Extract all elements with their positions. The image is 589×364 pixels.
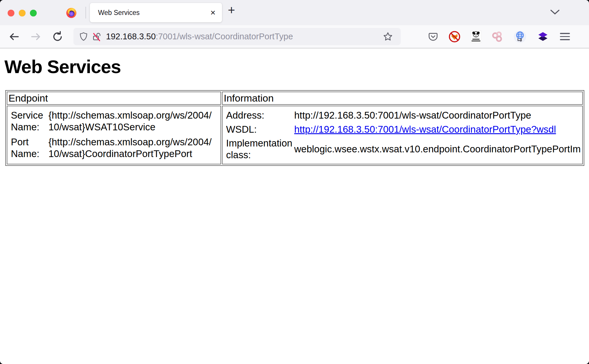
extension-buttons bbox=[428, 30, 549, 43]
page-content: Web Services Endpoint Information Servic… bbox=[0, 49, 589, 364]
implementation-class-value: weblogic.wsee.wstx.wsat.v10.endpoint.Coo… bbox=[294, 143, 581, 155]
active-tab[interactable]: Web Services × bbox=[90, 3, 222, 22]
address-label: Address: bbox=[226, 109, 294, 121]
service-name-value: {http://schemas.xmlsoap.org/ws/2004/10/w… bbox=[48, 109, 213, 133]
web-services-table: Endpoint Information Service Name: {http… bbox=[5, 90, 584, 166]
bookmark-star-icon[interactable] bbox=[383, 31, 393, 42]
endpoint-header: Endpoint bbox=[7, 92, 221, 105]
tab-separator bbox=[85, 7, 86, 18]
endpoint-cell: Service Name: {http://schemas.xmlsoap.or… bbox=[7, 106, 221, 164]
information-header: Information bbox=[222, 92, 583, 105]
insecure-lock-icon[interactable] bbox=[92, 32, 102, 42]
reload-icon bbox=[49, 31, 66, 43]
new-tab-button[interactable]: + bbox=[228, 4, 235, 16]
tab-title: Web Services bbox=[98, 9, 139, 17]
tab-close-icon[interactable]: × bbox=[210, 8, 216, 17]
globe-transfer-extension-icon[interactable] bbox=[514, 30, 526, 43]
service-name-label: Service Name: bbox=[11, 109, 48, 133]
chevron-down-icon bbox=[550, 9, 560, 15]
firefox-view-button[interactable] bbox=[66, 7, 77, 18]
url-text[interactable]: 192.168.3.50:7001/wls-wsat/CoordinatorPo… bbox=[106, 32, 293, 41]
implementation-class-label: Implementation class: bbox=[226, 137, 294, 161]
forward-button[interactable] bbox=[28, 31, 44, 43]
tab-bar: Web Services × + bbox=[0, 0, 589, 25]
menu-hamburger-icon[interactable] bbox=[560, 33, 570, 40]
url-path: :7001/wls-wsat/CoordinatorPortType bbox=[156, 32, 293, 41]
url-host: 192.168.3.50 bbox=[106, 32, 156, 41]
back-button[interactable] bbox=[6, 31, 22, 43]
table-header-row: Endpoint Information bbox=[7, 92, 583, 105]
wsdl-link[interactable]: http://192.168.3.50:7001/wls-wsat/Coordi… bbox=[294, 124, 556, 135]
forward-arrow-icon bbox=[28, 31, 44, 43]
page-title: Web Services bbox=[4, 56, 589, 77]
information-cell: Address: http://192.168.3.50:7001/wls-ws… bbox=[222, 106, 583, 164]
reload-button[interactable] bbox=[49, 31, 66, 43]
browser-window: Web Services × + bbox=[0, 0, 589, 364]
panda-meme-extension-icon[interactable] bbox=[471, 31, 481, 43]
address-value: http://192.168.3.50:7001/wls-wsat/Coordi… bbox=[294, 109, 581, 121]
navigation-toolbar: 192.168.3.50:7001/wls-wsat/CoordinatorPo… bbox=[0, 25, 589, 48]
window-zoom-button[interactable] bbox=[30, 10, 37, 16]
wsdl-label: WSDL: bbox=[226, 124, 294, 135]
window-minimize-button[interactable] bbox=[19, 10, 26, 16]
port-name-label: Port Name: bbox=[11, 136, 48, 159]
window-close-button[interactable] bbox=[8, 10, 14, 16]
port-name-value: {http://schemas.xmlsoap.org/ws/2004/10/w… bbox=[48, 136, 213, 159]
back-arrow-icon bbox=[6, 31, 22, 43]
firefox-logo-icon bbox=[66, 7, 77, 18]
list-all-tabs-button[interactable] bbox=[550, 9, 560, 15]
blocked-fox-extension-icon[interactable] bbox=[448, 31, 461, 43]
table-body-row: Service Name: {http://schemas.xmlsoap.or… bbox=[7, 106, 583, 164]
pocket-icon[interactable] bbox=[428, 31, 438, 42]
pink-rings-extension-icon[interactable] bbox=[491, 31, 504, 43]
tracking-protection-shield-icon[interactable] bbox=[79, 32, 88, 41]
purple-layers-extension-icon[interactable] bbox=[536, 30, 549, 43]
url-bar[interactable]: 192.168.3.50:7001/wls-wsat/CoordinatorPo… bbox=[73, 28, 401, 45]
